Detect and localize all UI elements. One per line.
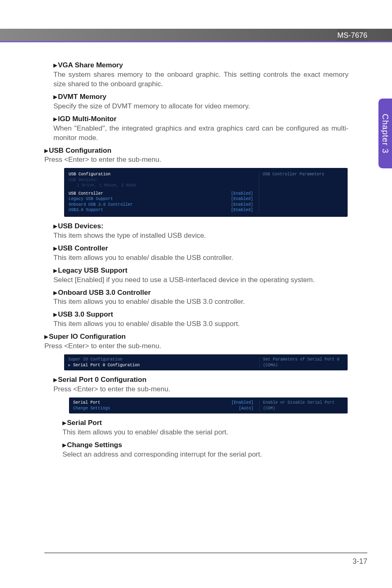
triangle-icon: ▶ [53, 246, 57, 251]
heading-superio: ▶Super IO Configuration [44, 333, 126, 340]
desc-legacy: Select [Enabled] if you need to use a US… [53, 276, 348, 285]
bios-screenshot-superio: Super IO Configuration ▶ Serial Port 0 C… [64, 354, 348, 370]
page-number: 3-17 [353, 557, 367, 566]
desc-usb30: This item allows you to enable/ disable … [53, 319, 348, 329]
chapter-tab-label: Chapter 3 [380, 114, 390, 154]
desc-usbctrl: This item allows you to enable/ disable … [53, 253, 348, 263]
desc-usbdev: This item shows the type of installed US… [53, 231, 348, 241]
triangle-icon: ▶ [53, 94, 57, 100]
bios-row: Change Settings[Auto] [73, 406, 254, 411]
desc-usbcfg: Press <Enter> to enter the sub-menu. [44, 155, 348, 165]
heading-usb30: ▶USB 3.0 Support [53, 310, 113, 318]
triangle-icon: ▶ [62, 442, 66, 448]
bios-superio-line1: Super IO Configuration [68, 357, 254, 363]
desc-igd: When "Enabled", the integrated graphics … [53, 124, 348, 143]
heading-legacy: ▶Legacy USB Support [53, 266, 127, 274]
heading-sp0: ▶Serial Port 0 Configuration [53, 376, 146, 384]
header-band [0, 29, 392, 41]
triangle-icon: ▶ [53, 62, 57, 68]
desc-superio: Press <Enter> to enter the sub-menu. [44, 342, 348, 351]
chapter-tab: Chapter 3 [378, 99, 392, 168]
bios-superio-line2: ▶ Serial Port 0 Configuration [68, 363, 254, 368]
desc-dvmt: Specify the size of DVMT memory to alloc… [53, 102, 348, 111]
bios-usb-dev-label: USB Devices: [69, 177, 253, 183]
page-content: ▶VGA Share Memory The system shares memo… [44, 61, 348, 463]
bios-help-pane: USB Controller Parameters [259, 172, 343, 213]
bios-row: USB Controller[Enabled] [69, 191, 253, 197]
bios-screenshot-serial: Serial Port[Enabled] Change Settings[Aut… [69, 397, 348, 413]
triangle-icon: ▶ [53, 116, 57, 122]
bios-row: Onboard USB 3.0 Controller[Enabled] [69, 202, 253, 208]
bios-usb-dev-line: 1 Drive, 1 Mouse, 2 Hubs [69, 183, 253, 188]
triangle-icon: ▶ [44, 334, 48, 340]
desc-vga: The system shares memory to the onboard … [53, 70, 348, 89]
header-underline [0, 41, 392, 42]
bios-screenshot-usb: USB Configuration USB Devices: 1 Drive, … [64, 168, 348, 217]
bios-help-pane: Set Parameters of Serial Port 0 (COMA) [259, 357, 344, 368]
triangle-icon: ▶ [53, 290, 57, 296]
triangle-icon: ▶ [53, 312, 57, 317]
desc-onboard: This item allows you to enable/ disable … [53, 297, 348, 307]
bios-row: Legacy USB Support[Enabled] [69, 196, 253, 202]
heading-usbctrl: ▶USB Controller [53, 244, 108, 252]
heading-onboard: ▶Onboard USB 3.0 Controller [53, 289, 151, 296]
desc-serialport: This item allows you to enable/ disable … [62, 428, 348, 437]
triangle-icon: ▶ [53, 268, 57, 273]
desc-sp0: Press <Enter> to enter the sub-menu. [53, 385, 348, 394]
heading-serialport: ▶Serial Port [62, 419, 102, 427]
bios-help-text: Set Parameters of Serial Port 0 (COMA) [263, 357, 344, 368]
heading-dvmt: ▶DVMT Memory [53, 93, 106, 101]
heading-vga: ▶VGA Share Memory [53, 61, 123, 69]
heading-change: ▶Change Settings [62, 441, 122, 449]
desc-change: Select an address and corresponding inte… [62, 450, 348, 459]
triangle-icon: ▶ [53, 377, 57, 383]
triangle-icon: ▶ [62, 420, 66, 426]
triangle-icon: ▶ [44, 148, 48, 154]
bios-usb-header: USB Configuration [69, 172, 253, 177]
bios-help-pane: Enable or Disable Serial Port (COM) [259, 400, 344, 411]
bios-help-text: Enable or Disable Serial Port (COM) [263, 400, 344, 411]
triangle-icon: ▶ [53, 223, 57, 229]
footer-divider [44, 553, 367, 553]
bios-row: USB3.0 Support[Enabled] [69, 207, 253, 213]
heading-usbcfg: ▶USB Configuration [44, 147, 111, 154]
heading-usbdev: ▶USB Devices: [53, 222, 104, 230]
header-model-code: MS-7676 [337, 29, 367, 41]
bios-help-text: USB Controller Parameters [263, 172, 343, 177]
heading-igd: ▶IGD Multi-Monitor [53, 115, 117, 123]
bios-row: Serial Port[Enabled] [73, 400, 254, 406]
